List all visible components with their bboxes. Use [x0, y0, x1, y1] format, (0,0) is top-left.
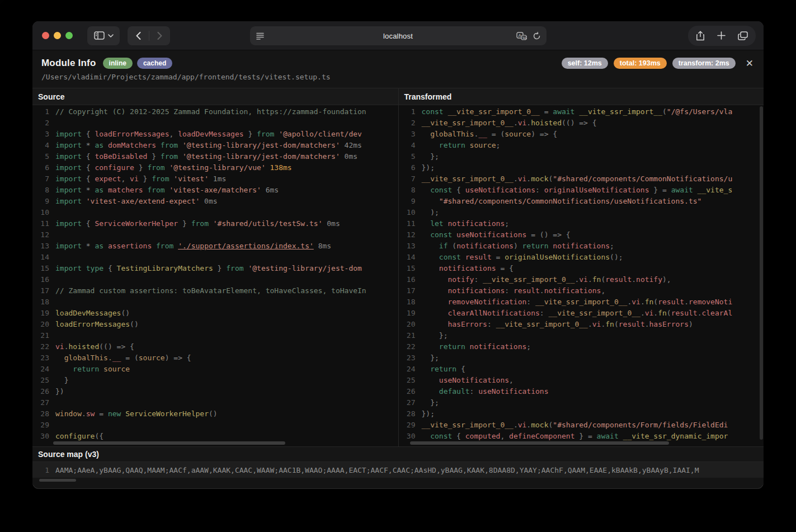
- timing-badges: self: 12mstotal: 193mstransform: 2ms: [562, 58, 736, 69]
- address-bar[interactable]: localhost A \u2042: [250, 26, 547, 45]
- timing-badge: self: 12ms: [562, 58, 608, 69]
- sourcemap-mappings: AAMA;AAeA,yBAAG,QAAQ,MAAM;AACf,aAAW,KAAK…: [55, 466, 699, 474]
- code-line: 10: [32, 207, 398, 218]
- line-number: 27: [403, 397, 416, 408]
- transformed-code-view[interactable]: 1const __vite_ssr_import_0__ = await __v…: [399, 105, 764, 441]
- source-hscrollbar-thumb[interactable]: [53, 441, 285, 445]
- chevron-down-icon: [108, 34, 114, 37]
- code-line: 25 useNotifications,: [399, 375, 764, 386]
- chevron-right-icon: [157, 32, 162, 40]
- code-line: 17// Zammad custom assertions: toBeAvata…: [32, 285, 398, 296]
- sourcemap-hscrollbar: [32, 478, 764, 485]
- code-line: 11import { ServiceWorkerHelper } from '#…: [32, 218, 398, 229]
- line-number: 4: [37, 140, 49, 151]
- sourcemap-line: 1 AAMA;AAeA,yBAAG,QAAQ,MAAM;AACf,aAAW,KA…: [32, 462, 764, 478]
- chevron-left-icon: [136, 32, 141, 40]
- sourcemap-line-number: 1: [37, 466, 49, 474]
- line-number: 5: [37, 151, 49, 162]
- code-line: 6import { configure } from '@testing-lib…: [32, 162, 398, 173]
- code-line: 2__vite_ssr_import_0__.vi.hoisted(() => …: [399, 117, 764, 129]
- back-button[interactable]: [128, 26, 149, 45]
- close-window-button[interactable]: [42, 32, 49, 39]
- transformed-vscrollbar-thumb[interactable]: [760, 106, 763, 440]
- line-number: 7: [37, 173, 49, 185]
- timing-badge: total: 193ms: [614, 58, 667, 69]
- translate-icon[interactable]: A \u2042: [516, 32, 527, 40]
- url-text: localhost: [250, 32, 547, 40]
- zoom-window-button[interactable]: [65, 32, 73, 39]
- transformed-hscrollbar: [399, 441, 764, 446]
- code-line: 22 return notifications;: [399, 341, 764, 352]
- line-number: 29: [403, 420, 416, 431]
- code-line: 3import { loadErrorMessages, loadDevMess…: [32, 129, 398, 140]
- code-line: 25 }: [32, 375, 398, 386]
- transformed-hscrollbar-thumb[interactable]: [410, 441, 669, 445]
- minimize-window-button[interactable]: [54, 32, 61, 39]
- line-number: 2: [403, 117, 416, 129]
- share-icon[interactable]: [696, 31, 705, 41]
- code-panels: Source 1// Copyright (C) 2012-2025 Zamma…: [32, 88, 764, 446]
- code-line: 24 return {: [399, 364, 764, 375]
- source-code-view[interactable]: 1// Copyright (C) 2012-2025 Zammad Found…: [32, 105, 398, 441]
- line-number: 26: [37, 386, 49, 397]
- line-number: 11: [403, 218, 416, 229]
- line-number: 21: [403, 330, 416, 341]
- code-line: 12 const useNotifications = () => {: [399, 229, 764, 241]
- code-line: 6});: [399, 162, 764, 173]
- code-line: 5import { toBeDisabled } from '@testing-…: [32, 151, 398, 162]
- line-number: 23: [403, 352, 416, 364]
- sourcemap-hscrollbar-thumb[interactable]: [39, 479, 76, 482]
- browser-titlebar: localhost A \u2042: [32, 21, 764, 50]
- sidebar-toggle-button[interactable]: [87, 26, 120, 45]
- line-number: 10: [37, 207, 49, 218]
- code-line: 10 );: [399, 207, 764, 218]
- code-line: 16 notify: __vite_ssr_import_0__.vi.fn(r…: [399, 274, 764, 285]
- close-icon[interactable]: ✕: [746, 59, 753, 68]
- code-line: 18: [32, 296, 398, 308]
- line-number: 13: [403, 241, 416, 252]
- reload-icon[interactable]: [533, 32, 541, 40]
- code-line: 26 default: useNotifications: [399, 386, 764, 397]
- line-number: 2: [37, 117, 49, 129]
- line-number: 21: [37, 330, 49, 341]
- code-line: 26}): [32, 386, 398, 397]
- line-number: 30: [37, 431, 49, 441]
- code-line: 1// Copyright (C) 2012-2025 Zammad Found…: [32, 106, 398, 117]
- code-line: 30 const { computed, defineComponent } =…: [399, 431, 764, 441]
- code-line: 20loadErrorMessages(): [32, 319, 398, 330]
- new-tab-icon[interactable]: [717, 31, 726, 40]
- line-number: 22: [37, 341, 49, 352]
- module-badge: inline: [103, 58, 133, 69]
- line-number: 3: [403, 129, 416, 140]
- module-badge: cached: [137, 58, 172, 69]
- line-number: 26: [403, 386, 416, 397]
- code-line: 22vi.hoisted(() => {: [32, 341, 398, 352]
- line-number: 9: [37, 196, 49, 207]
- navigation-buttons: [128, 26, 170, 45]
- line-number: 12: [403, 229, 416, 241]
- code-line: 19 clearAllNotifications: __vite_ssr_imp…: [399, 308, 764, 319]
- code-line: 23 };: [399, 352, 764, 364]
- forward-button[interactable]: [149, 26, 170, 45]
- line-number: 17: [37, 285, 49, 296]
- tab-overview-icon[interactable]: [738, 31, 748, 40]
- line-number: 11: [37, 218, 49, 229]
- line-number: 14: [403, 252, 416, 263]
- code-line: 30configure({: [32, 431, 398, 441]
- code-line: 23 globalThis.__ = (source) => {: [32, 352, 398, 364]
- module-badges: inlinecached: [103, 58, 173, 69]
- timing-badge: transform: 2ms: [672, 58, 736, 69]
- line-number: 18: [403, 296, 416, 308]
- transformed-panel: Transformed 1const __vite_ssr_import_0__…: [398, 88, 764, 446]
- line-number: 8: [403, 185, 416, 196]
- page-title: Module Info: [41, 58, 96, 69]
- line-number: 20: [37, 319, 49, 330]
- line-number: 5: [403, 151, 416, 162]
- line-number: 4: [403, 140, 416, 151]
- sourcemap-title: Source map (v3): [32, 447, 764, 462]
- line-number: 25: [403, 375, 416, 386]
- browser-window: localhost A \u2042: [32, 21, 764, 489]
- code-line: 24 return source: [32, 364, 398, 375]
- code-line: 21: [32, 330, 398, 341]
- line-number: 3: [37, 129, 49, 140]
